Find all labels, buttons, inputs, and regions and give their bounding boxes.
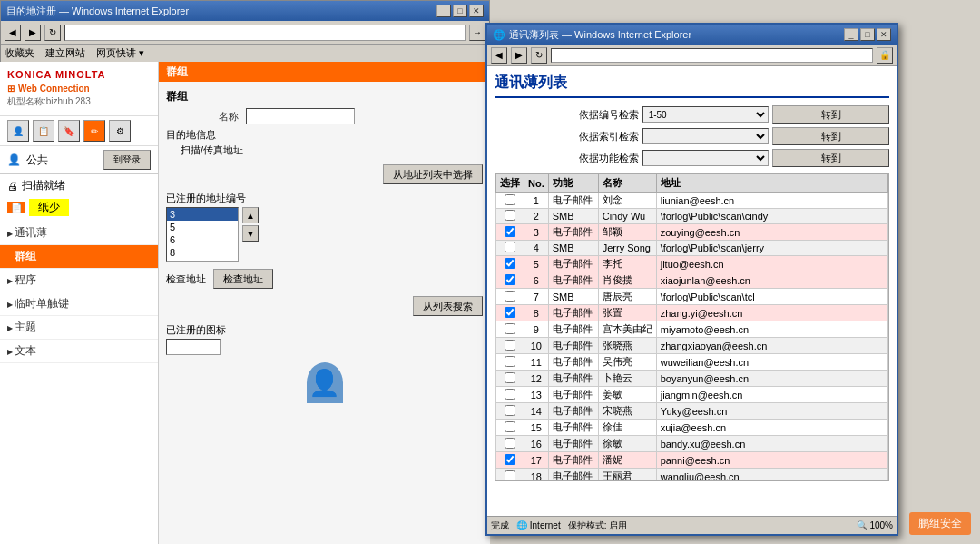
row-checkbox-cell[interactable] — [496, 387, 524, 403]
row-checkbox[interactable] — [505, 210, 515, 221]
row-checkbox[interactable] — [505, 356, 515, 367]
back-btn[interactable]: ◀ — [5, 25, 21, 41]
row-checkbox[interactable] — [505, 470, 515, 481]
table-row[interactable]: 16 电子邮件 徐敏 bandy.xu@eesh.cn — [496, 436, 888, 452]
table-row[interactable]: 10 电子邮件 张晓燕 zhangxiaoyan@eesh.cn — [496, 338, 888, 354]
row-checkbox[interactable] — [505, 421, 515, 432]
table-row[interactable]: 6 电子邮件 肖俊揽 xiaojunlan@eesh.cn — [496, 272, 888, 289]
sidebar-item-text[interactable]: 文本 — [0, 340, 158, 363]
table-row[interactable]: 7 SMB 唐辰亮 \forlog\Public\scan\tcl — [496, 289, 888, 305]
row-checkbox-cell[interactable] — [496, 403, 524, 420]
row-checkbox[interactable] — [505, 438, 515, 449]
table-row[interactable]: 18 电子邮件 王丽君 wangliu@eesh.cn — [496, 469, 888, 482]
close-btn[interactable]: ✕ — [469, 5, 484, 17]
table-row[interactable]: 9 电子邮件 宫本美由纪 miyamoto@eesh.cn — [496, 321, 888, 338]
from-addr-list-button[interactable]: 从地址列表中选择 — [383, 164, 483, 184]
sidebar-item-program[interactable]: 程序 — [0, 269, 158, 292]
popup-maximize-btn[interactable]: □ — [860, 28, 875, 41]
table-row[interactable]: 17 电子邮件 潘妮 panni@eesh.cn — [496, 452, 888, 469]
row-checkbox[interactable] — [505, 226, 515, 237]
popup-close-btn[interactable]: ✕ — [877, 28, 891, 41]
row-checkbox-cell[interactable] — [496, 321, 524, 338]
table-row[interactable]: 3 电子邮件 邹颖 zouying@eesh.cn — [496, 224, 888, 241]
index-select[interactable] — [642, 128, 769, 144]
row-checkbox-cell[interactable] — [496, 338, 524, 354]
row-checkbox[interactable] — [505, 242, 515, 252]
popup-minimize-btn[interactable]: _ — [844, 28, 858, 41]
sidebar-item-addressbook[interactable]: 通讯薄 — [0, 222, 158, 245]
row-checkbox-cell[interactable] — [496, 241, 524, 256]
row-checkbox-cell[interactable] — [496, 256, 524, 272]
row-checkbox[interactable] — [505, 454, 515, 465]
row-checkbox-cell[interactable] — [496, 272, 524, 289]
row-checkbox[interactable] — [505, 274, 515, 285]
addr-number-3[interactable]: 3 — [167, 208, 238, 221]
icon-btn-4[interactable]: ✏ — [83, 120, 105, 142]
table-row[interactable]: 13 电子邮件 姜敏 jiangmin@eesh.cn — [496, 387, 888, 403]
popup-url-bar[interactable]: http://192.168.0.196/wcd/abbr_dialog_sen… — [551, 48, 873, 63]
addr-number-8[interactable]: 8 — [167, 246, 238, 259]
addr-table-scroll[interactable]: 选择 No. 功能 名称 地址 1 电子邮件 刘念 liunian@eesh.c… — [495, 173, 889, 481]
row-checkbox-cell[interactable] — [496, 354, 524, 371]
table-row[interactable]: 8 电子邮件 张置 zhang.yi@eesh.cn — [496, 305, 888, 321]
icon-btn-5[interactable]: ⚙ — [109, 120, 131, 142]
row-checkbox-cell[interactable] — [496, 452, 524, 469]
sidebar-item-shortcut[interactable]: 临时单触键 — [0, 292, 158, 316]
row-checkbox-cell[interactable] — [496, 371, 524, 387]
row-checkbox[interactable] — [505, 372, 515, 383]
row-checkbox-cell[interactable] — [496, 193, 524, 209]
from-list-search-button[interactable]: 从列表搜索 — [413, 296, 483, 316]
name-input[interactable]: 财务部 — [246, 108, 355, 124]
row-checkbox-cell[interactable] — [496, 436, 524, 452]
goto-btn-2[interactable]: 转到 — [772, 127, 889, 145]
row-checkbox[interactable] — [505, 405, 515, 416]
number-range-select[interactable]: 1-50 — [642, 106, 769, 123]
go-btn[interactable]: → — [469, 25, 485, 41]
scroll-up-btn[interactable]: ▲ — [242, 207, 259, 223]
popup-back-btn[interactable]: ◀ — [491, 47, 507, 64]
row-checkbox-cell[interactable] — [496, 305, 524, 321]
table-row[interactable]: 1 电子邮件 刘念 liunian@eesh.cn — [496, 193, 888, 209]
row-checkbox-cell[interactable] — [496, 209, 524, 224]
quick-link-menu[interactable]: 网页快讲 ▾ — [96, 46, 144, 60]
table-row[interactable]: 2 SMB Cindy Wu \forlog\Public\scan\cindy — [496, 209, 888, 224]
row-checkbox-cell[interactable] — [496, 224, 524, 241]
func-select[interactable] — [642, 150, 769, 166]
maximize-btn[interactable]: □ — [453, 5, 467, 17]
forward-btn[interactable]: ▶ — [24, 25, 41, 41]
row-checkbox[interactable] — [505, 258, 515, 269]
addr-number-6[interactable]: 6 — [167, 233, 238, 246]
table-row[interactable]: 4 SMB Jerry Song \forlog\Public\scan\jer… — [496, 241, 888, 256]
row-checkbox-cell[interactable] — [496, 289, 524, 305]
row-checkbox[interactable] — [505, 194, 515, 205]
table-row[interactable]: 12 电子邮件 卜艳云 boyanyun@eesh.cn — [496, 371, 888, 387]
row-checkbox[interactable] — [505, 389, 515, 400]
favorites-menu[interactable]: 收藏夹 — [5, 46, 34, 60]
table-row[interactable]: 14 电子邮件 宋晓燕 Yuky@eesh.cn — [496, 403, 888, 420]
table-row[interactable]: 15 电子邮件 徐佳 xujia@eesh.cn — [496, 420, 888, 436]
popup-forward-btn[interactable]: ▶ — [511, 47, 527, 64]
sidebar-item-group[interactable]: 群组 — [0, 245, 158, 269]
row-checkbox-cell[interactable] — [496, 420, 524, 436]
row-checkbox[interactable] — [505, 323, 515, 334]
minimize-btn[interactable]: _ — [436, 5, 451, 17]
scroll-down-btn[interactable]: ▼ — [242, 225, 259, 242]
goto-btn-3[interactable]: 转到 — [772, 149, 889, 167]
goto-btn-1[interactable]: 转到 — [772, 105, 889, 124]
table-row[interactable]: 5 电子邮件 李托 jituo@eesh.cn — [496, 256, 888, 272]
row-checkbox[interactable] — [505, 307, 515, 318]
row-checkbox[interactable] — [505, 340, 515, 351]
addr-number-list[interactable]: 3 5 6 8 — [166, 207, 239, 262]
registered-icon-input[interactable]: 1 — [166, 339, 220, 355]
icon-btn-1[interactable]: 👤 — [7, 120, 29, 142]
bg-url-bar[interactable]: http://192.168.0.196/wcd/group_edit.xml — [64, 25, 466, 41]
popup-refresh-btn[interactable]: ↻ — [531, 47, 547, 64]
check-addr-button[interactable]: 检查地址 — [213, 269, 273, 289]
row-checkbox[interactable] — [505, 291, 515, 302]
table-row[interactable]: 11 电子邮件 吴伟亮 wuweilian@eesh.cn — [496, 354, 888, 371]
to-login-button[interactable]: 到登录 — [103, 150, 151, 170]
icon-btn-3[interactable]: 🔖 — [58, 120, 80, 142]
refresh-btn[interactable]: ↻ — [44, 25, 61, 41]
sidebar-item-theme[interactable]: 主题 — [0, 316, 158, 340]
build-site-menu[interactable]: 建立网站 — [45, 46, 85, 60]
